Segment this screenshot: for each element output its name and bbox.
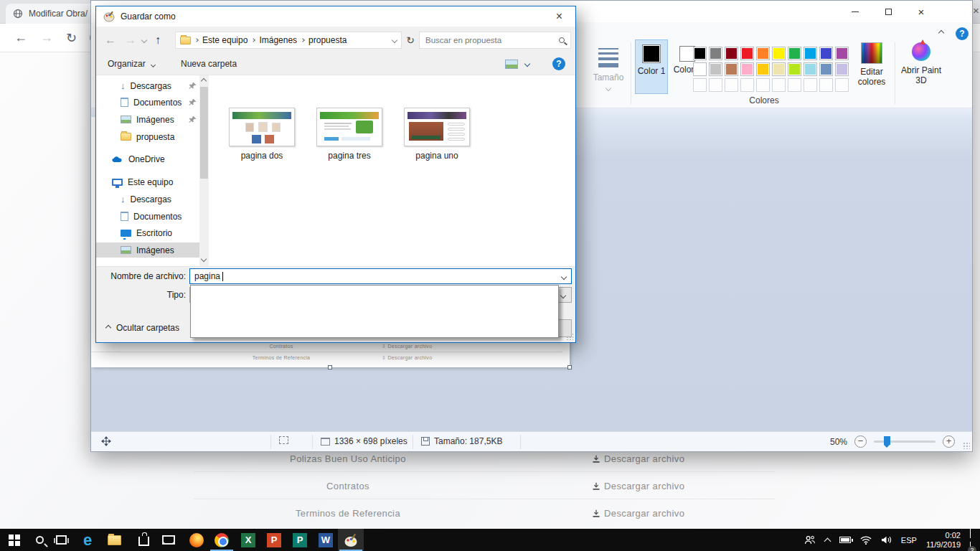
edit-colors-button[interactable]: Editar colores [852,41,892,87]
sidebar-item-escritorio[interactable]: Escritorio [96,225,199,240]
volume-icon[interactable] [881,535,892,545]
taskbar-store[interactable] [131,529,156,551]
breadcrumb[interactable]: Este equipo Imágenes propuesta [175,32,402,49]
task-view-button[interactable] [48,529,74,551]
scroll-up-icon[interactable] [201,78,207,84]
breadcrumb-item[interactable]: Imágenes [259,35,297,45]
taskbar-publisher[interactable]: P [287,529,313,551]
palette-swatch[interactable] [819,47,833,60]
palette-swatch[interactable] [756,47,770,60]
palette-swatch[interactable] [804,62,817,76]
battery-icon[interactable] [839,537,851,543]
download-link[interactable]: Descargar archivo [592,453,684,464]
palette-swatch-empty[interactable] [804,78,817,92]
up-icon[interactable]: ↑ [155,34,161,47]
palette-swatch[interactable] [804,47,817,60]
breadcrumb-item[interactable]: propuesta [308,35,347,45]
view-mode-icon[interactable] [505,60,518,69]
taskbar-word[interactable]: W [313,529,339,551]
palette-swatch[interactable] [693,47,707,60]
hidden-icons-chevron[interactable] [824,537,831,545]
canvas-resize-handle-corner[interactable] [567,365,572,369]
palette-swatch-empty[interactable] [740,78,754,92]
filename-dropdown-icon[interactable] [557,271,571,281]
browser-close-button[interactable]: × [973,4,980,17]
zoom-out-button[interactable]: − [854,435,867,448]
open-paint3d-button[interactable]: Abrir Paint 3D [899,41,943,85]
taskbar-file-explorer[interactable] [101,529,127,551]
clock[interactable]: 0:02 11/9/2019 [926,531,961,550]
filename-suggestions-panel[interactable] [190,285,559,338]
palette-swatch[interactable] [819,62,833,76]
zoom-slider[interactable] [874,441,936,443]
palette-swatch-empty[interactable] [693,78,707,92]
history-chevron-icon[interactable] [141,37,147,43]
close-button[interactable]: × [905,1,938,22]
palette-swatch[interactable] [693,62,707,76]
language-indicator[interactable]: ESP [901,536,917,545]
palette-swatch[interactable] [756,62,770,76]
file-item-pagina-dos[interactable]: pagina dos [227,108,296,161]
sidebar-item-imagenes-pc[interactable]: Imágenes [96,242,199,258]
palette-swatch[interactable] [835,62,849,76]
sidebar-item-este-equipo[interactable]: Este equipo [96,174,199,189]
palette-swatch[interactable] [788,62,801,76]
palette-swatch-empty[interactable] [725,78,738,92]
file-item-pagina-tres[interactable]: pagina tres [315,108,384,161]
taskbar-edge[interactable]: e [75,529,100,551]
filename-input[interactable]: pagina [189,268,572,284]
help-icon[interactable]: ? [552,57,565,70]
palette-swatch-empty[interactable] [788,78,801,92]
sidebar-scrollbar[interactable] [199,75,209,266]
canvas-resize-handle-bottom[interactable] [328,365,332,369]
back-icon[interactable]: ← [14,30,27,45]
taskbar-paint[interactable] [338,529,364,551]
palette-swatch-empty[interactable] [772,78,786,92]
refresh-icon[interactable]: ↻ [403,32,418,49]
palette-swatch[interactable] [835,47,849,60]
dialog-close-icon[interactable]: × [543,6,575,27]
address-dropdown-icon[interactable] [392,37,397,43]
palette-swatch[interactable] [725,47,738,60]
palette-swatch[interactable] [772,62,786,76]
minimize-button[interactable] [839,1,872,22]
palette-swatch-empty[interactable] [756,78,770,92]
palette-swatch[interactable] [709,47,722,60]
back-icon[interactable]: ← [105,34,116,47]
zoom-in-button[interactable]: + [943,435,955,448]
breadcrumb-item[interactable]: Este equipo [202,35,248,45]
file-item-pagina-uno[interactable]: pagina uno [402,108,471,161]
start-button[interactable] [1,529,27,551]
palette-swatch-empty[interactable] [819,78,833,92]
palette-swatch[interactable] [740,62,754,76]
sidebar-item-descargas[interactable]: ↓ Descargas [96,78,199,93]
scrollbar-thumb[interactable] [200,87,208,179]
search-input[interactable]: Buscar en propuesta [419,32,571,49]
color1-button[interactable]: Color 1 [635,39,668,94]
new-folder-button[interactable]: Nueva carpeta [181,59,237,69]
sidebar-item-descargas-pc[interactable]: ↓ Descargas [96,192,199,207]
sidebar-item-imagenes[interactable]: Imágenes [96,112,199,127]
taskbar-mail[interactable] [156,529,182,551]
view-dropdown-icon[interactable] [524,61,530,67]
palette-swatch-empty[interactable] [835,78,849,92]
palette-swatch[interactable] [788,47,801,60]
hide-folders-button[interactable]: Ocultar carpetas [106,323,179,333]
taskbar-firefox[interactable] [184,529,209,551]
sidebar-item-propuesta[interactable]: propuesta [96,129,199,144]
palette-swatch[interactable] [725,62,738,76]
palette-swatch[interactable] [740,47,754,60]
reload-icon[interactable]: ↻ [66,30,77,46]
maximize-button[interactable] [872,1,905,22]
scroll-down-icon[interactable] [201,256,207,262]
taskbar-chrome[interactable] [209,529,235,551]
palette-swatch-empty[interactable] [709,78,722,92]
taskbar-excel[interactable]: X [235,529,261,551]
zoom-slider-thumb[interactable] [884,436,890,445]
action-center-button[interactable]: 2 [970,527,973,551]
sidebar-item-documentos[interactable]: Documentos [96,95,199,110]
download-link[interactable]: Descargar archivo [592,508,684,519]
sidebar-item-onedrive[interactable]: OneDrive [96,151,199,166]
window-resize-grip[interactable] [963,442,970,449]
palette-swatch[interactable] [772,47,786,60]
